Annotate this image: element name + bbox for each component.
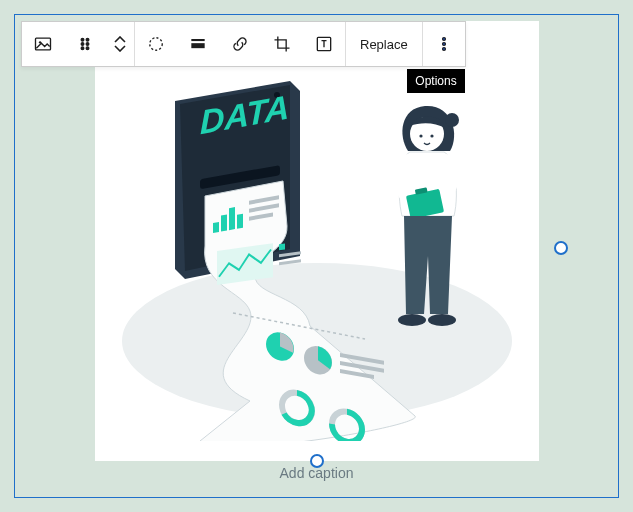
svg-rect-19 <box>221 215 227 232</box>
svg-rect-18 <box>213 222 219 233</box>
resize-handle-bottom[interactable] <box>310 454 324 468</box>
svg-rect-26 <box>279 243 285 250</box>
image-block-selected[interactable]: Replace Options DATA <box>14 14 619 498</box>
svg-point-12 <box>442 38 445 41</box>
svg-point-37 <box>419 134 422 137</box>
svg-point-3 <box>86 39 89 42</box>
more-vertical-icon <box>434 34 454 54</box>
svg-rect-10 <box>191 43 204 48</box>
svg-point-45 <box>428 314 456 326</box>
svg-point-4 <box>81 43 84 46</box>
align-icon <box>188 34 208 54</box>
drag-handle-button[interactable] <box>64 22 106 66</box>
dashed-circle-icon <box>146 34 166 54</box>
svg-point-8 <box>150 38 163 51</box>
svg-point-39 <box>445 113 459 127</box>
chevron-up-icon <box>114 36 126 44</box>
crop-icon <box>272 34 292 54</box>
replace-button[interactable]: Replace <box>346 22 422 66</box>
svg-point-6 <box>81 47 84 50</box>
resize-handle-right[interactable] <box>554 241 568 255</box>
svg-point-5 <box>86 43 89 46</box>
svg-point-14 <box>442 48 445 51</box>
duotone-filter-button[interactable] <box>135 22 177 66</box>
link-icon <box>230 34 250 54</box>
move-up-down-buttons[interactable] <box>106 22 134 66</box>
svg-rect-21 <box>237 214 243 229</box>
options-tooltip: Options <box>407 69 464 93</box>
data-illustration: DATA <box>105 41 529 441</box>
svg-point-38 <box>430 134 433 137</box>
image-icon <box>33 34 53 54</box>
block-toolbar: Replace Options <box>21 21 466 67</box>
svg-point-13 <box>442 43 445 46</box>
link-button[interactable] <box>219 22 261 66</box>
svg-point-2 <box>81 39 84 42</box>
svg-rect-20 <box>229 207 235 230</box>
align-button[interactable] <box>177 22 219 66</box>
text-overlay-button[interactable] <box>303 22 345 66</box>
more-options-button[interactable] <box>423 22 465 66</box>
text-overlay-icon <box>314 34 334 54</box>
svg-point-44 <box>398 314 426 326</box>
chevron-down-icon <box>114 44 126 52</box>
image-canvas[interactable]: DATA <box>95 21 539 461</box>
drag-handle-icon <box>75 34 95 54</box>
svg-rect-9 <box>191 39 204 41</box>
svg-point-7 <box>86 47 89 50</box>
block-type-image-button[interactable] <box>22 22 64 66</box>
crop-button[interactable] <box>261 22 303 66</box>
